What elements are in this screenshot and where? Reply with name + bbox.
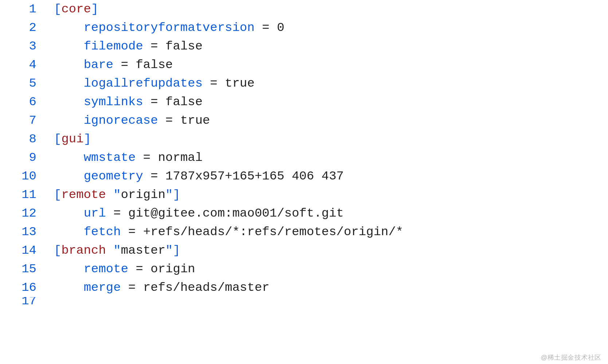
code-content[interactable]: bare = false [51, 56, 173, 74]
code-line[interactable]: 6 symlinks = false [0, 93, 608, 111]
code-content[interactable]: repositoryformatversion = 0 [51, 19, 285, 37]
line-number: 3 [0, 37, 44, 56]
code-line[interactable]: 14 [branch "master"] [0, 241, 608, 260]
code-line[interactable]: 3 filemode = false [0, 37, 608, 56]
line-number: 13 [0, 223, 44, 241]
code-line[interactable]: 4 bare = false [0, 56, 608, 74]
code-line[interactable]: 10 geometry = 1787x957+165+165 406 437 [0, 167, 608, 186]
line-number: 6 [0, 93, 44, 111]
code-content[interactable]: logallrefupdates = true [51, 74, 255, 93]
code-line[interactable]: 8 [gui] [0, 130, 608, 149]
line-number: 14 [0, 241, 44, 260]
line-number: 15 [0, 260, 44, 278]
line-number: 11 [0, 186, 44, 204]
code-line[interactable]: 1 [core] [0, 0, 608, 19]
line-number: 4 [0, 56, 44, 74]
code-line[interactable]: 17 [0, 297, 608, 305]
code-line[interactable]: 15 remote = origin [0, 260, 608, 278]
code-content[interactable]: merge = refs/heads/master [51, 278, 270, 297]
code-content[interactable]: wmstate = normal [51, 149, 203, 167]
code-line[interactable]: 13 fetch = +refs/heads/*:refs/remotes/or… [0, 223, 608, 241]
line-number: 17 [0, 297, 44, 305]
line-number: 1 [0, 0, 44, 19]
line-number: 8 [0, 130, 44, 149]
code-content[interactable]: [gui] [51, 130, 91, 149]
code-line[interactable]: 7 ignorecase = true [0, 111, 608, 130]
line-number: 16 [0, 278, 44, 297]
line-number: 5 [0, 74, 44, 93]
code-content[interactable]: filemode = false [51, 37, 203, 56]
code-line[interactable]: 16 merge = refs/heads/master [0, 278, 608, 297]
code-content[interactable]: [remote "origin"] [51, 186, 180, 204]
code-line[interactable]: 9 wmstate = normal [0, 149, 608, 167]
code-content[interactable]: remote = origin [51, 260, 195, 278]
code-content[interactable]: [branch "master"] [51, 241, 180, 260]
code-line[interactable]: 11 [remote "origin"] [0, 186, 608, 204]
code-content[interactable]: fetch = +refs/heads/*:refs/remotes/origi… [51, 223, 403, 241]
code-line[interactable]: 5 logallrefupdates = true [0, 74, 608, 93]
line-number: 7 [0, 111, 44, 130]
line-number: 10 [0, 167, 44, 186]
code-content[interactable]: symlinks = false [51, 93, 203, 111]
code-content[interactable]: url = git@gitee.com:mao001/soft.git [51, 204, 344, 223]
code-line[interactable]: 12 url = git@gitee.com:mao001/soft.git [0, 204, 608, 223]
code-content[interactable]: ignorecase = true [51, 111, 210, 130]
code-editor[interactable]: 1 [core] 2 repositoryformatversion = 0 3… [0, 0, 608, 305]
line-number: 9 [0, 149, 44, 167]
code-line[interactable]: 2 repositoryformatversion = 0 [0, 19, 608, 37]
line-number: 12 [0, 204, 44, 223]
code-content[interactable]: [core] [51, 0, 98, 19]
line-number: 2 [0, 19, 44, 37]
code-content[interactable]: geometry = 1787x957+165+165 406 437 [51, 167, 344, 186]
